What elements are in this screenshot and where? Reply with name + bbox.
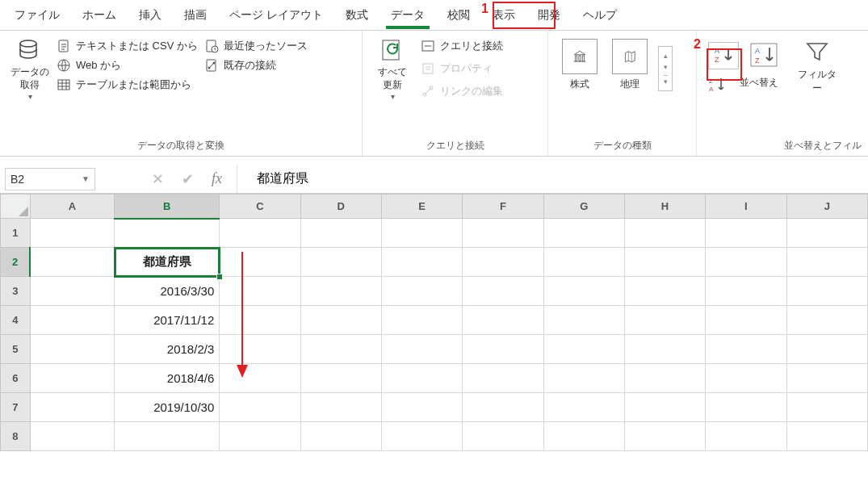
filter-button[interactable]: フィルター (795, 39, 839, 95)
cell-I2[interactable] (706, 248, 786, 277)
cell-A6[interactable] (30, 364, 114, 393)
tab-developer[interactable]: 開発 (526, 3, 572, 27)
cell-H3[interactable] (624, 277, 705, 306)
cell-H4[interactable] (624, 306, 705, 335)
cell-F8[interactable] (463, 422, 543, 451)
cell-B7[interactable]: 2019/10/30 (115, 393, 220, 422)
cell-C4[interactable] (220, 306, 300, 335)
tab-draw[interactable]: 描画 (173, 3, 218, 27)
cell-G8[interactable] (543, 422, 624, 451)
row-header-8[interactable]: 8 (1, 422, 31, 451)
row-header-5[interactable]: 5 (1, 335, 31, 364)
tab-insert[interactable]: 挿入 (128, 3, 173, 27)
cell-C1[interactable] (220, 219, 300, 248)
data-types-gallery-dropdown[interactable]: ▴ ▾ ▾ (658, 46, 673, 91)
cell-J6[interactable] (786, 364, 867, 393)
cell-E8[interactable] (381, 422, 462, 451)
cell-B3[interactable]: 2016/3/30 (115, 277, 220, 306)
geography-data-type-button[interactable]: 地理 (608, 39, 652, 91)
cell-H2[interactable] (624, 248, 705, 277)
formula-input[interactable] (237, 165, 868, 193)
cell-A4[interactable] (30, 306, 114, 335)
cell-C6[interactable] (220, 364, 300, 393)
cell-G4[interactable] (543, 306, 624, 335)
cell-J5[interactable] (786, 335, 867, 364)
row-header-2[interactable]: 2 (1, 248, 31, 277)
row-header-3[interactable]: 3 (1, 277, 31, 306)
cell-A2[interactable] (30, 248, 114, 277)
column-header-F[interactable]: F (463, 195, 543, 219)
cell-J7[interactable] (786, 393, 867, 422)
cell-E3[interactable] (381, 277, 462, 306)
sort-descending-button[interactable]: Z A (707, 76, 728, 95)
cell-I4[interactable] (706, 306, 786, 335)
cell-B4[interactable]: 2017/11/12 (115, 306, 220, 335)
cell-H5[interactable] (624, 335, 705, 364)
cell-I6[interactable] (706, 364, 786, 393)
cell-F5[interactable] (463, 335, 543, 364)
get-data-button[interactable]: データの 取得 ▾ (6, 34, 53, 105)
from-table-range-button[interactable]: テーブルまたは範囲から (57, 77, 198, 92)
cell-I7[interactable] (706, 393, 786, 422)
cell-J3[interactable] (786, 277, 867, 306)
tab-home[interactable]: ホーム (71, 3, 128, 27)
cell-D2[interactable] (300, 248, 381, 277)
cell-B8[interactable] (115, 422, 220, 451)
insert-function-icon[interactable]: fx (212, 170, 222, 188)
cell-J8[interactable] (786, 422, 867, 451)
existing-connections-button[interactable]: 既存の接続 (204, 58, 308, 73)
sort-ascending-button[interactable]: A Z (708, 42, 739, 69)
cell-B6[interactable]: 2018/4/6 (115, 364, 220, 393)
cell-G5[interactable] (543, 335, 624, 364)
tab-view[interactable]: 表示 (481, 3, 526, 27)
cell-E5[interactable] (381, 335, 462, 364)
tab-page-layout[interactable]: ページ レイアウト (218, 3, 334, 27)
cell-I3[interactable] (706, 277, 786, 306)
column-header-C[interactable]: C (220, 195, 300, 219)
cell-A3[interactable] (30, 277, 114, 306)
cell-B5[interactable]: 2018/2/3 (115, 335, 220, 364)
cell-G6[interactable] (543, 364, 624, 393)
row-header-1[interactable]: 1 (1, 219, 31, 248)
cell-A5[interactable] (30, 335, 114, 364)
cell-D4[interactable] (300, 306, 381, 335)
cell-I5[interactable] (706, 335, 786, 364)
cell-I8[interactable] (706, 422, 786, 451)
cell-H7[interactable] (624, 393, 705, 422)
column-header-D[interactable]: D (300, 195, 381, 219)
cell-E4[interactable] (381, 306, 462, 335)
refresh-all-button[interactable]: すべて 更新 ▾ (369, 34, 416, 105)
queries-connections-button[interactable]: クエリと接続 (421, 39, 503, 53)
cell-G7[interactable] (543, 393, 624, 422)
cell-C3[interactable] (220, 277, 300, 306)
cell-G3[interactable] (543, 277, 624, 306)
cell-F1[interactable] (463, 219, 543, 248)
column-header-E[interactable]: E (381, 195, 462, 219)
column-header-I[interactable]: I (706, 195, 786, 219)
cell-H8[interactable] (624, 422, 705, 451)
cell-H1[interactable] (624, 219, 705, 248)
worksheet-grid[interactable]: ABCDEFGHIJ12都道府県32016/3/3042017/11/12520… (0, 194, 868, 451)
cell-H6[interactable] (624, 364, 705, 393)
column-header-A[interactable]: A (30, 195, 114, 219)
column-header-H[interactable]: H (624, 195, 705, 219)
recent-sources-button[interactable]: 最近使ったソース (204, 39, 308, 53)
column-header-G[interactable]: G (543, 195, 624, 219)
cell-C7[interactable] (220, 393, 300, 422)
cell-E6[interactable] (381, 364, 462, 393)
sort-custom-button[interactable]: A Z (748, 42, 779, 69)
tab-file[interactable]: ファイル (3, 3, 71, 27)
cell-D6[interactable] (300, 364, 381, 393)
cell-D1[interactable] (300, 219, 381, 248)
tab-help[interactable]: ヘルプ (572, 3, 628, 27)
cell-B1[interactable] (115, 219, 220, 248)
row-header-7[interactable]: 7 (1, 393, 31, 422)
cell-D7[interactable] (300, 393, 381, 422)
row-header-4[interactable]: 4 (1, 306, 31, 335)
fill-handle[interactable] (216, 274, 223, 280)
from-text-csv-button[interactable]: テキストまたは CSV から (57, 39, 198, 53)
cell-D8[interactable] (300, 422, 381, 451)
cell-A7[interactable] (30, 393, 114, 422)
cell-I1[interactable] (706, 219, 786, 248)
tab-review[interactable]: 校閲 (436, 3, 481, 27)
